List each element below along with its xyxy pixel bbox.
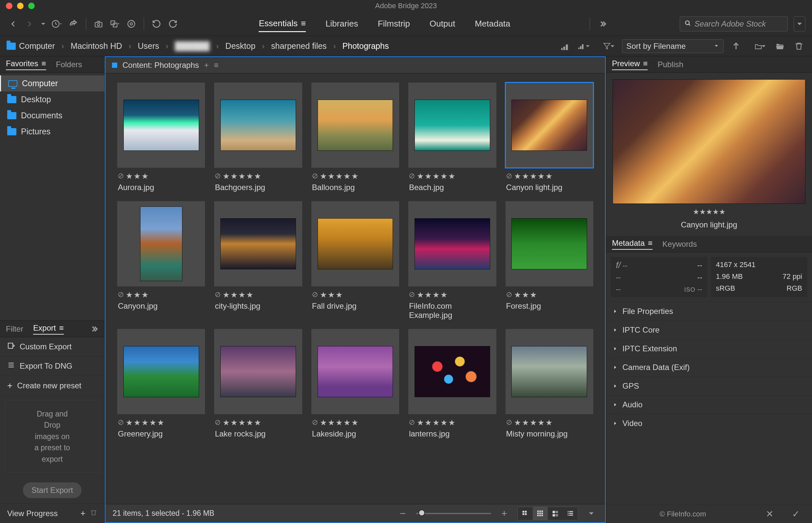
tab-folders[interactable]: Folders [56,60,82,69]
rating-stars[interactable]: ★★★ [320,290,343,300]
thumbnail-card[interactable]: ★★★★★Beach.jpg [408,83,496,192]
workspace-tab-metadata[interactable]: Metadata [475,16,510,32]
thumbnail-frame[interactable] [408,83,496,168]
thumbnail-frame[interactable] [214,329,302,414]
reject-icon[interactable] [506,290,512,300]
zoom-slider-thumb[interactable] [418,509,425,516]
fav-item-pictures[interactable]: Pictures [0,124,105,140]
rating-stars[interactable]: ★★★★★ [320,172,359,181]
reject-icon[interactable] [118,418,124,427]
thumbnail-image[interactable] [318,100,393,151]
rating-stars[interactable]: ★★★★★ [514,172,553,181]
rating-stars[interactable]: ★★★★ [223,290,253,300]
thumbnail-image[interactable] [511,346,587,397]
panel-overflow-button[interactable] [89,322,98,336]
thumbnail-card[interactable]: ★★★★★Lakeside.jpg [311,329,399,438]
breadcrumb-user[interactable]: ██████ [175,41,210,51]
nav-back-button[interactable] [6,17,20,31]
thumbnail-frame[interactable] [408,201,496,286]
import-camera-button[interactable] [92,17,105,31]
rating-stars[interactable]: ★★★★★ [126,418,164,427]
search-stock-input[interactable] [695,19,793,29]
sort-dropdown[interactable]: Sort by Filename [622,39,723,53]
preview-rating[interactable]: ★★★★★ [693,208,725,216]
thumbnail-card[interactable]: ★★★★FileInfo.com Example.jpg [408,201,496,320]
open-folder-button[interactable] [773,40,787,53]
camera-raw-button[interactable] [125,17,138,31]
thumbnail-card[interactable]: ★★★Forest.jpg [506,201,593,320]
reject-icon[interactable] [312,418,318,427]
view-list-button[interactable] [563,507,578,520]
fav-item-computer[interactable]: Computer [0,75,105,91]
tab-keywords[interactable]: Keywords [662,239,697,249]
thumbnail-frame[interactable] [311,201,399,286]
rating-stars[interactable]: ★★★ [126,172,149,181]
thumbnail-frame[interactable] [214,83,302,168]
workspace-tab-essentials[interactable]: Essentials≡ [259,16,306,32]
reject-icon[interactable] [215,418,221,427]
export-dng[interactable]: Export To DNG [0,357,105,376]
thumbnail-frame[interactable] [117,329,205,414]
thumbnail-frame[interactable] [506,83,593,168]
reject-icon[interactable] [409,172,415,181]
nav-forward-button[interactable] [23,17,36,31]
boomerang-button[interactable] [67,17,80,31]
tab-metadata[interactable]: Metadata≡ [612,238,653,250]
view-details-button[interactable] [548,507,563,520]
thumbnail-image[interactable] [511,100,587,151]
new-folder-button[interactable] [754,40,768,53]
metadata-section[interactable]: IPTC Core [606,321,812,339]
more-workspaces-button[interactable] [596,17,609,31]
view-options-dropdown[interactable] [585,507,598,520]
breadcrumb-computer[interactable]: Computer [19,41,55,51]
rotate-cw-button[interactable] [166,17,180,31]
sort-ascending-button[interactable] [730,40,742,53]
thumbnail-image[interactable] [140,206,182,282]
export-drop-zone[interactable]: Drag and Drop images on a preset to expo… [5,400,100,472]
zoom-out-button[interactable]: − [396,507,409,520]
metadata-section[interactable]: Audio [606,395,812,414]
breadcrumb-desktop[interactable]: Desktop [225,41,256,51]
thumbnail-frame[interactable] [311,329,399,414]
thumbnail-image[interactable] [220,100,296,151]
recent-history-button[interactable] [51,17,63,31]
view-grid-button[interactable] [533,507,548,520]
fav-item-desktop[interactable]: Desktop [0,91,105,107]
thumbnail-frame[interactable] [506,329,593,414]
thumbnail-card[interactable]: ★★★★★Bachgoers.jpg [214,83,302,192]
fav-item-documents[interactable]: Documents [0,107,105,124]
view-grid-small-button[interactable] [518,507,533,520]
thumbnail-card[interactable]: ★★★Canyon.jpg [117,201,205,320]
thumbnail-image[interactable] [124,100,199,151]
zoom-in-button[interactable]: + [498,507,511,520]
window-minimize-button[interactable] [17,3,23,9]
thumbnail-card[interactable]: ★★★★★Lake rocks.jpg [214,329,302,438]
rating-stars[interactable]: ★★★★★ [223,172,261,181]
preview-image[interactable] [612,79,806,204]
breadcrumb-sharpened[interactable]: sharpened files [271,41,327,51]
batch-button[interactable] [108,17,121,31]
workspace-tab-filmstrip[interactable]: Filmstrip [378,16,410,32]
metadata-section[interactable]: IPTC Extension [606,339,812,358]
rotate-ccw-button[interactable] [150,17,163,31]
thumbnail-card[interactable]: ★★★Fall drive.jpg [311,201,399,320]
reject-icon[interactable] [312,172,318,181]
breadcrumb-current[interactable]: Photographs [342,41,389,51]
breadcrumb-users[interactable]: Users [138,41,159,51]
thumbnail-image[interactable] [318,218,393,269]
reject-icon[interactable] [215,172,221,181]
thumb-size-small-button[interactable] [559,40,572,53]
thumbnail-image[interactable] [220,346,296,397]
thumbnail-image[interactable] [511,218,587,269]
tab-preview[interactable]: Preview≡ [612,59,648,70]
thumbnail-frame[interactable] [311,83,399,168]
thumbnail-card[interactable]: ★★★★★lanterns.jpg [408,329,496,438]
window-close-button[interactable] [6,3,13,9]
cancel-icon[interactable]: ✕ [763,508,776,521]
zoom-slider[interactable] [416,513,491,514]
tab-export[interactable]: Export≡ [33,323,63,335]
reject-icon[interactable] [312,290,318,300]
tab-publish[interactable]: Publish [658,60,683,69]
rating-stars[interactable]: ★★★★★ [223,418,261,427]
rating-stars[interactable]: ★★★★ [417,290,448,300]
